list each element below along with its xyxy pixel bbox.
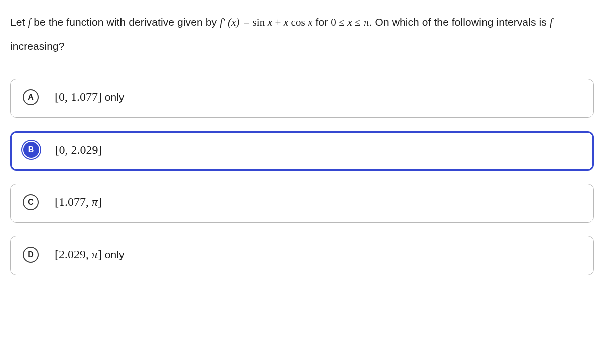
question-post1: . On which of the following intervals is bbox=[369, 16, 550, 28]
question-pre1: Let bbox=[10, 16, 28, 28]
option-b[interactable]: B [0, 2.029] bbox=[10, 131, 594, 171]
question-deriv-lhs: f′ (x) = bbox=[220, 16, 253, 28]
option-interval: [0, 2.029] bbox=[55, 143, 102, 156]
option-interval: [0, 1.077] bbox=[55, 90, 102, 103]
option-suffix: only bbox=[102, 91, 124, 103]
option-d[interactable]: D [2.029, π] only bbox=[10, 236, 594, 275]
question-domain: 0 ≤ x ≤ π bbox=[331, 16, 369, 28]
option-interval: [1.077, π] bbox=[55, 195, 102, 208]
option-text-a: [0, 1.077] only bbox=[55, 90, 124, 104]
question-mid1: be the function with derivative given by bbox=[31, 16, 220, 28]
option-letter-d: D bbox=[23, 247, 39, 263]
option-a[interactable]: A [0, 1.077] only bbox=[10, 79, 594, 118]
option-letter-a: A bbox=[23, 89, 39, 105]
question-mid2: for bbox=[313, 16, 331, 28]
question-text: Let f be the function with derivative gi… bbox=[10, 10, 594, 59]
option-c[interactable]: C [1.077, π] bbox=[10, 184, 594, 223]
options-list: A [0, 1.077] only B [0, 2.029] C [1.077,… bbox=[10, 79, 594, 275]
option-text-b: [0, 2.029] bbox=[55, 143, 102, 157]
question-f2: f bbox=[550, 16, 553, 28]
question-post2: increasing? bbox=[10, 40, 65, 52]
option-letter-c: C bbox=[23, 194, 39, 210]
option-letter-b: B bbox=[23, 142, 39, 158]
option-interval: [2.029, π] bbox=[55, 248, 102, 261]
option-text-d: [2.029, π] only bbox=[55, 248, 124, 261]
option-text-c: [1.077, π] bbox=[55, 195, 102, 209]
question-deriv-rhs: sin x + x cos x bbox=[253, 16, 313, 28]
option-suffix: only bbox=[102, 249, 124, 260]
